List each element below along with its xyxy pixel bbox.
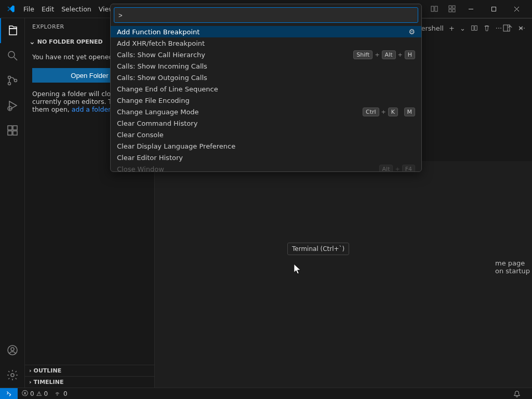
notifications-icon[interactable] [513, 390, 521, 397]
menu-selection[interactable]: Selection [58, 3, 95, 15]
chevron-right-icon: › [29, 367, 32, 374]
activity-explorer-icon[interactable] [0, 18, 25, 43]
command-item[interactable]: Change End of Line Sequence [111, 83, 421, 95]
command-item[interactable]: Calls: Show Outgoing Calls [111, 72, 421, 83]
command-item[interactable]: Clear Console [111, 129, 421, 140]
command-item[interactable]: Add Function Breakpoint⚙ [111, 26, 421, 37]
new-terminal-button[interactable]: + [449, 24, 455, 32]
activity-bar [0, 18, 25, 388]
error-icon: ⓧ [22, 389, 28, 398]
ports-status[interactable]: ᯤ0 [55, 390, 68, 397]
command-item[interactable]: Clear Command History [111, 117, 421, 129]
svg-rect-16 [8, 131, 12, 135]
vscode-logo-icon [6, 4, 16, 14]
svg-point-13 [14, 79, 17, 82]
svg-rect-4 [449, 6, 451, 8]
svg-point-9 [8, 51, 15, 58]
command-palette: Add Function Breakpoint⚙Add XHR/fetch Br… [110, 4, 422, 172]
mouse-cursor-icon [294, 263, 303, 276]
svg-rect-5 [453, 6, 455, 8]
maximize-button[interactable] [482, 0, 505, 18]
add-a-folder-link[interactable]: add a folder [72, 105, 111, 113]
minimize-button[interactable] [459, 0, 482, 18]
command-item[interactable]: Close WindowAlt+F4 [111, 163, 421, 171]
svg-line-10 [14, 57, 17, 60]
svg-point-11 [8, 76, 10, 79]
svg-rect-25 [472, 26, 474, 31]
svg-point-12 [8, 83, 10, 85]
activity-search-icon[interactable] [0, 43, 25, 68]
activity-run-debug-icon[interactable] [0, 93, 25, 118]
svg-rect-22 [503, 25, 510, 31]
command-item[interactable]: Clear Display Language Preference [111, 140, 421, 152]
command-palette-input[interactable] [114, 7, 418, 23]
menu-file[interactable]: File [20, 3, 38, 15]
svg-rect-15 [8, 126, 12, 130]
menu-edit[interactable]: Edit [38, 3, 58, 15]
activity-source-control-icon[interactable] [0, 68, 25, 93]
activity-settings-icon[interactable] [0, 363, 25, 388]
warning-icon: ⚠ [36, 390, 42, 397]
more-actions-icon[interactable]: ··· [516, 22, 528, 34]
svg-rect-7 [453, 9, 455, 12]
activity-account-icon[interactable] [0, 338, 25, 363]
antenna-icon: ᯤ [55, 390, 61, 397]
command-item[interactable]: Calls: Show Call HierarchyShift+Alt+H [111, 49, 421, 60]
svg-point-20 [11, 348, 14, 351]
section-label: NO FOLDER OPENED [37, 38, 103, 45]
svg-rect-26 [475, 26, 477, 31]
svg-rect-17 [13, 131, 17, 135]
svg-rect-18 [13, 126, 17, 130]
split-editor-icon[interactable] [427, 2, 442, 16]
remote-status-button[interactable] [0, 388, 18, 400]
svg-rect-3 [435, 6, 437, 11]
command-palette-list: Add Function Breakpoint⚙Add XHR/fetch Br… [111, 26, 421, 171]
customize-layout-icon[interactable] [445, 2, 459, 16]
timeline-section-header[interactable]: ›TIMELINE [25, 376, 154, 388]
status-bar: ⓧ0⚠0 ᯤ0 [0, 388, 532, 399]
gear-icon[interactable]: ⚙ [408, 28, 415, 36]
terminal-dropdown-icon[interactable]: ⌄ [460, 24, 466, 32]
chevron-right-icon: › [29, 379, 32, 385]
command-item[interactable]: Change Language ModeCtrl+K M [111, 106, 421, 117]
command-item[interactable]: Calls: Show Incoming Calls [111, 60, 421, 72]
command-item[interactable]: Change File Encoding [111, 95, 421, 106]
menu-bar: FileEditSelectionView [20, 3, 117, 15]
command-item[interactable]: Clear Editor History [111, 152, 421, 163]
svg-rect-8 [491, 7, 496, 11]
svg-rect-6 [449, 9, 451, 12]
chevron-down-icon: ⌄ [29, 37, 35, 46]
problems-status[interactable]: ⓧ0⚠0 [22, 389, 48, 398]
split-editor-right-icon[interactable] [501, 22, 512, 34]
svg-rect-2 [431, 6, 434, 11]
welcome-checkbox-label: me page on startup [495, 259, 532, 275]
kill-terminal-icon[interactable] [483, 24, 490, 32]
window-controls [459, 0, 528, 18]
outline-section-header[interactable]: ›OUTLINE [25, 365, 154, 376]
tooltip: Terminal (Ctrl+`) [287, 243, 349, 255]
activity-extensions-icon[interactable] [0, 118, 25, 143]
svg-point-21 [11, 374, 14, 377]
split-terminal-icon[interactable] [471, 24, 478, 32]
command-item[interactable]: Add XHR/fetch Breakpoint [111, 37, 421, 49]
close-button[interactable] [505, 0, 528, 18]
